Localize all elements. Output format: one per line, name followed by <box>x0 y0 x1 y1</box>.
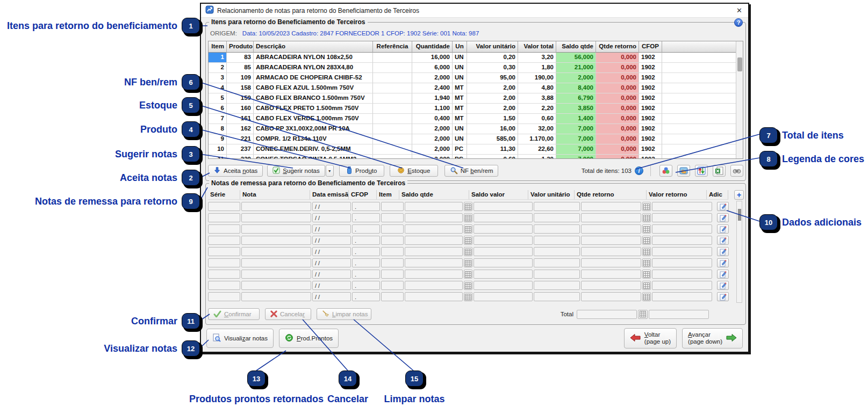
grid-calc-icon-button[interactable] <box>642 224 651 234</box>
grid-calc-icon-button[interactable] <box>464 202 472 211</box>
notes-cell-input[interactable] <box>405 258 463 267</box>
notes-cell-input[interactable] <box>534 224 580 234</box>
notes-cell-input[interactable] <box>381 224 404 234</box>
notes-cell-input[interactable] <box>474 236 533 245</box>
items-table-row[interactable]: 3109ARMACAO DE CHOPEIRA CHIBF-522,000UN9… <box>209 73 743 83</box>
color-legend-button[interactable] <box>659 165 672 177</box>
notes-cell-input[interactable] <box>381 213 404 222</box>
produto-button[interactable]: Produto <box>339 165 384 177</box>
items-table-row[interactable]: 11239CONEC TORCAO CINZA 0,5-1MM22,000PC0… <box>209 155 743 159</box>
excel-export-button[interactable] <box>713 165 726 177</box>
grid-calc-icon-button[interactable] <box>464 236 472 245</box>
nf-ben-rem-button[interactable]: NF ben/rem <box>444 165 499 177</box>
notes-cell-input[interactable]: / / <box>312 213 351 222</box>
visualizar-notas-button[interactable]: Visualizar notas <box>206 329 274 348</box>
items-table-row[interactable]: 7161CABO FLEX VERDE 1.000mm 750V0,400MT1… <box>209 114 743 124</box>
items-table-row[interactable]: 5159CABO FLEX BRANCO 1.500mm 750V1,940MT… <box>209 93 743 104</box>
notes-cell-input[interactable] <box>474 202 533 211</box>
notes-cell-input[interactable] <box>381 281 404 290</box>
grid-calc-icon-button[interactable] <box>642 213 651 222</box>
notes-cell-input[interactable] <box>474 224 533 234</box>
notes-cell-input[interactable] <box>381 247 404 256</box>
add-note-button[interactable]: + <box>734 190 744 200</box>
notes-cell-input[interactable] <box>534 213 580 222</box>
notes-cell-input[interactable] <box>534 270 580 279</box>
sugerir-notas-dropdown[interactable]: ▼ <box>326 165 334 177</box>
grid-calc-icon-button[interactable] <box>642 281 651 290</box>
notes-cell-input[interactable] <box>208 270 240 279</box>
notes-cell-input[interactable]: / / <box>312 224 351 234</box>
total-valor-field[interactable] <box>649 310 709 319</box>
notes-cell-input[interactable]: / / <box>312 281 351 290</box>
notes-cell-input[interactable] <box>474 247 533 256</box>
notes-cell-input[interactable]: / / <box>312 270 351 279</box>
help-icon[interactable]: ? <box>734 18 743 27</box>
dados-adicionais-button[interactable] <box>717 247 729 256</box>
notes-cell-input[interactable] <box>652 202 712 211</box>
notes-cell-input[interactable]: . <box>352 247 380 256</box>
grid-calc-icon-button[interactable] <box>464 213 472 222</box>
notes-cell-input[interactable] <box>381 292 404 301</box>
grid-calc-icon-button[interactable] <box>464 224 472 234</box>
notes-cell-input[interactable] <box>581 270 641 279</box>
items-table-row[interactable]: 4158CABO FLEX AZUL 1.500mm 750V2,400MT2,… <box>209 83 743 93</box>
notes-cell-input[interactable]: / / <box>312 236 351 245</box>
notes-cell-input[interactable] <box>208 258 240 267</box>
notes-cell-input[interactable] <box>652 258 712 267</box>
notes-cell-input[interactable] <box>405 236 463 245</box>
notes-cell-input[interactable] <box>474 292 533 301</box>
limpar-notas-button[interactable]: Limpar notas <box>317 308 371 320</box>
scrollbar-thumb[interactable] <box>738 209 741 221</box>
notes-cell-input[interactable] <box>241 213 311 222</box>
dados-adicionais-button[interactable] <box>717 270 729 279</box>
notes-cell-input[interactable] <box>652 292 712 301</box>
notes-cell-input[interactable] <box>381 258 404 267</box>
notes-cell-input[interactable] <box>652 224 712 234</box>
notes-cell-input[interactable] <box>208 213 240 222</box>
avancar-button[interactable]: Avançar(page down) <box>682 328 743 348</box>
items-table-scrollbar[interactable] <box>736 41 743 158</box>
items-table-row[interactable]: 8162CABO PP 3X1,00X2,00M PR 10A2,000UN16… <box>209 124 743 134</box>
confirmar-button[interactable]: Confirmar <box>208 308 260 320</box>
items-table-row[interactable]: 9221COMPR. 1/2 R134a 110V2,000UN585,001.… <box>209 134 743 144</box>
notes-cell-input[interactable]: . <box>352 281 380 290</box>
notes-cell-input[interactable]: . <box>352 224 380 234</box>
notes-cell-input[interactable] <box>474 270 533 279</box>
notes-cell-input[interactable] <box>208 202 240 211</box>
notes-cell-input[interactable] <box>534 292 580 301</box>
dados-adicionais-button[interactable] <box>717 292 729 301</box>
items-table-row[interactable]: 285ABRACADEIRA NYLON 283X4,806,000UN0,30… <box>209 63 743 73</box>
notes-cell-input[interactable] <box>241 258 311 267</box>
notes-cell-input[interactable] <box>241 224 311 234</box>
aceita-notas-button[interactable]: Aceita notas <box>208 165 263 177</box>
notes-cell-input[interactable] <box>474 258 533 267</box>
notes-cell-input[interactable] <box>581 247 641 256</box>
grid-calc-icon-button[interactable] <box>642 270 651 279</box>
notes-cell-input[interactable] <box>581 281 641 290</box>
notes-cell-input[interactable] <box>534 281 580 290</box>
notes-cell-input[interactable]: . <box>352 213 380 222</box>
dados-adicionais-button[interactable] <box>717 202 729 211</box>
notes-cell-input[interactable] <box>241 247 311 256</box>
notes-cell-input[interactable] <box>652 213 712 222</box>
close-button[interactable]: ✕ <box>735 6 744 14</box>
grid-calc-icon-button[interactable] <box>642 236 651 245</box>
notes-cell-input[interactable] <box>381 270 404 279</box>
notes-cell-input[interactable] <box>381 202 404 211</box>
notes-cell-input[interactable] <box>652 236 712 245</box>
grid-calc-icon-button[interactable] <box>642 202 651 211</box>
items-table-row[interactable]: 6160CABO FLEX PRETO 1.500mm 750V1,100MT2… <box>209 104 743 114</box>
notes-cell-input[interactable] <box>474 213 533 222</box>
notes-cell-input[interactable] <box>474 281 533 290</box>
notes-cell-input[interactable] <box>534 236 580 245</box>
notes-cell-input[interactable] <box>381 236 404 245</box>
notes-cell-input[interactable] <box>581 292 641 301</box>
notes-cell-input[interactable] <box>208 292 240 301</box>
notes-cell-input[interactable] <box>652 281 712 290</box>
notes-cell-input[interactable] <box>405 224 463 234</box>
notes-cell-input[interactable] <box>652 247 712 256</box>
notes-cell-input[interactable] <box>208 236 240 245</box>
notes-cell-input[interactable] <box>241 281 311 290</box>
grid-calc-icon-button[interactable] <box>642 292 651 301</box>
voltar-button[interactable]: Voltar(page up) <box>624 328 677 348</box>
